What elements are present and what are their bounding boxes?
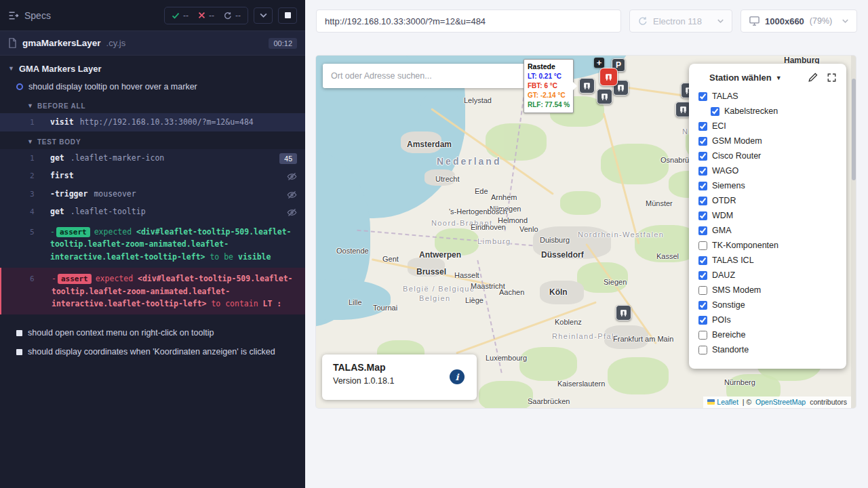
check-icon <box>172 12 180 20</box>
layer-item[interactable]: WDM <box>698 210 837 221</box>
station-panel-header: Station wählen ▼ <box>698 73 837 83</box>
layer-item[interactable]: Kabelstrecken <box>711 106 837 117</box>
viewport-select[interactable]: 1000x660 (79%) <box>741 9 857 33</box>
layer-item[interactable]: TALAS ICL <box>698 255 837 266</box>
child-command-dash: - <box>50 227 55 237</box>
layer-checkbox[interactable] <box>698 182 707 190</box>
command-row[interactable]: 4get.leaflet-tooltip <box>0 203 305 221</box>
map-search-box <box>323 64 526 88</box>
tooltip-lines: LT: 0.21 °CFBT: 6 °CGT: -2.14 °CRLF: 77.… <box>528 72 570 110</box>
url-input[interactable] <box>318 16 619 26</box>
layer-checkbox[interactable] <box>698 137 707 146</box>
layer-item[interactable]: WAGO <box>698 165 837 176</box>
layer-item[interactable]: OTDR <box>698 195 837 206</box>
page-scrollbar[interactable] <box>851 56 856 408</box>
active-station-marker[interactable] <box>599 68 618 86</box>
layer-checkbox[interactable] <box>698 316 707 325</box>
app-version: Version 1.0.18.1 <box>333 376 466 386</box>
info-icon[interactable]: i <box>450 369 465 384</box>
queued-test-row[interactable]: should display coordinates when 'Koordin… <box>0 343 305 361</box>
layer-item[interactable]: GSM Modem <box>698 136 837 146</box>
active-test-row[interactable]: should display tooltip on hover over a m… <box>0 78 305 96</box>
layer-checkbox[interactable] <box>698 211 707 220</box>
stop-tests-button[interactable] <box>278 7 297 24</box>
station-panel-title: Station wählen <box>709 73 772 83</box>
layer-checkbox[interactable] <box>698 122 707 131</box>
section-header[interactable]: ▼TEST BODY <box>0 131 305 149</box>
spec-file-ext: .cy.js <box>106 38 126 48</box>
specs-menu-button[interactable]: Specs <box>8 10 51 21</box>
layer-checkbox[interactable] <box>698 167 707 176</box>
assert-text: to contain <box>206 299 262 308</box>
layer-label: TK-Komponenten <box>712 241 778 250</box>
command-method: -trigger <box>50 189 87 199</box>
edit-pencil-icon[interactable] <box>808 73 818 83</box>
layer-item[interactable]: ECI <box>698 121 837 131</box>
layer-item[interactable]: SMS Modem <box>698 285 837 296</box>
map-search-input[interactable] <box>326 71 524 81</box>
browser-select[interactable]: Electron 118 <box>629 9 732 33</box>
layer-label: TALAS <box>712 92 738 101</box>
cluster-expand-marker[interactable]: + <box>594 58 604 68</box>
layer-item[interactable]: Standorte <box>698 344 837 355</box>
station-marker[interactable] <box>616 305 631 321</box>
tooltip-value-line: LT: 0.21 °C <box>528 72 570 81</box>
layer-checkbox[interactable] <box>698 271 707 280</box>
osm-link[interactable]: OpenStreetMap <box>755 398 806 406</box>
command-row[interactable]: 1get.leaflet-marker-icon45 <box>0 149 305 167</box>
cypress-reporter: Specs -- -- -- gmaMarkersLayer .c <box>0 0 305 488</box>
browser-icon <box>638 16 648 26</box>
running-test-icon <box>16 83 23 90</box>
command-row[interactable]: 5-assertexpected <div#leaflet-tooltip-50… <box>0 221 305 268</box>
layer-item[interactable]: GMA <box>698 225 837 236</box>
command-row[interactable]: 6-assertexpected <div#leaflet-tooltip-50… <box>0 268 305 314</box>
layer-checkbox[interactable] <box>698 301 707 310</box>
station-marker[interactable] <box>597 89 612 104</box>
layer-item[interactable]: DAUZ <box>698 270 837 281</box>
layer-item[interactable]: POIs <box>698 314 837 325</box>
station-tooltip[interactable]: Rastede LT: 0.21 °CFBT: 6 °CGT: -2.14 °C… <box>524 59 574 113</box>
section-header[interactable]: ▼BEFORE ALL <box>0 96 305 113</box>
scrollbar-thumb[interactable] <box>852 79 856 180</box>
layer-item[interactable]: Cisco Router <box>698 150 837 161</box>
command-args: .leaflet-marker-icon <box>71 153 164 163</box>
spec-file-row[interactable]: gmaMarkersLayer .cy.js 00:12 <box>0 31 305 56</box>
suite-row[interactable]: ▼ GMA Markers Layer <box>0 56 305 78</box>
layer-item[interactable]: TALAS <box>698 91 837 102</box>
layer-item[interactable]: Bereiche <box>698 329 837 340</box>
queued-test-row[interactable]: should open context menu on right-click … <box>0 324 305 342</box>
layer-checkbox[interactable] <box>698 197 707 205</box>
passed-count: -- <box>183 11 189 20</box>
layer-checkbox[interactable] <box>698 256 707 265</box>
collapse-runner-button[interactable] <box>254 7 273 24</box>
command-row[interactable]: 1visithttp://192.168.10.33:3000/?m=12&u=… <box>0 113 305 131</box>
layer-checkbox[interactable] <box>698 346 707 354</box>
browser-label: Electron 118 <box>653 16 702 26</box>
chevron-down-icon[interactable]: ▼ <box>776 75 782 81</box>
map-canvas[interactable]: GroningenOldenburgBremenHamburgFriesland… <box>316 56 856 408</box>
tooltip-value-line: FBT: 6 °C <box>528 81 570 91</box>
command-log: ▼BEFORE ALL1visithttp://192.168.10.33:30… <box>0 96 305 314</box>
layer-label: Siemens <box>712 181 745 190</box>
layer-checkbox[interactable] <box>698 241 707 250</box>
layer-checkbox[interactable] <box>698 226 707 235</box>
layer-item[interactable]: TK-Komponenten <box>698 240 837 251</box>
assert-text: expected <box>94 227 136 237</box>
layer-item[interactable]: Sonstige <box>698 300 837 310</box>
layer-label: GMA <box>712 226 731 235</box>
layer-checkbox[interactable] <box>698 92 707 101</box>
command-content: -assertexpected <div#leaflet-tooltip-509… <box>52 272 305 310</box>
layer-item[interactable]: Siemens <box>698 180 837 191</box>
collapse-caret-icon: ▼ <box>27 139 33 145</box>
layer-checkbox[interactable] <box>698 331 707 340</box>
spec-file-name: gmaMarkersLayer <box>22 38 101 48</box>
leaflet-link[interactable]: Leaflet <box>717 398 738 406</box>
layer-checkbox[interactable] <box>698 286 707 295</box>
expand-icon[interactable] <box>827 73 837 83</box>
command-row[interactable]: 2first <box>0 167 305 185</box>
command-content: visithttp://192.168.10.33:3000/?m=12&u=4… <box>50 116 305 128</box>
command-row[interactable]: 3-triggermouseover <box>0 185 305 203</box>
layer-checkbox[interactable] <box>711 107 719 116</box>
station-marker[interactable] <box>579 78 595 94</box>
layer-checkbox[interactable] <box>698 152 707 161</box>
